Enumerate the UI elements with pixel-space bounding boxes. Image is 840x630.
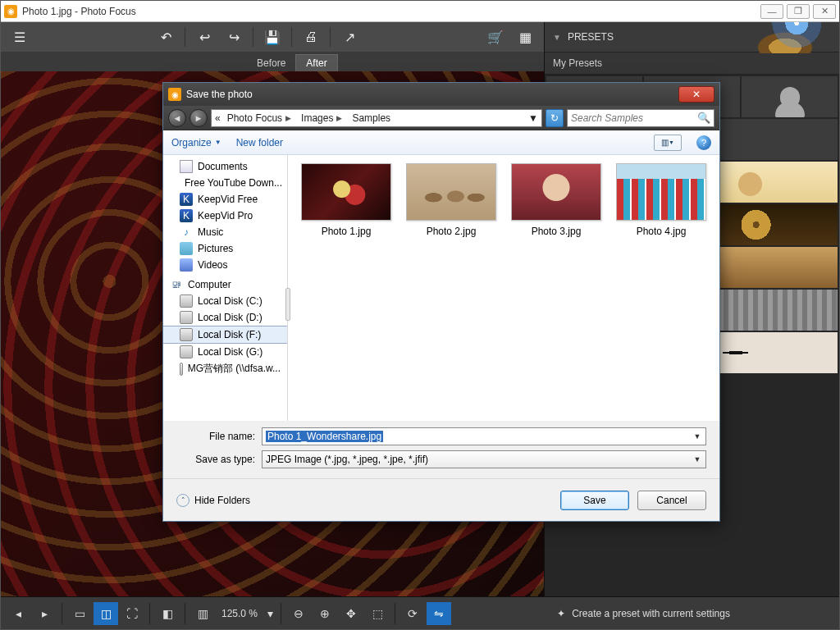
breadcrumb-seg[interactable]: Images▶ (298, 112, 345, 124)
preset-slot-person[interactable] (742, 76, 838, 117)
file-name-value: Photo 1_Wondershare.jpg (266, 431, 383, 442)
tree-node-disk-c[interactable]: Local Disk (C:) (163, 293, 287, 309)
network-disk-icon (180, 363, 183, 376)
pan-button[interactable]: ✥ (339, 602, 363, 625)
tab-before[interactable]: Before (247, 55, 295, 71)
nav-back-button[interactable]: ◄ (168, 109, 186, 127)
document-icon (180, 160, 193, 173)
app-logo: ◉ (4, 5, 17, 18)
bottom-toolbar: ◂ ▸ ▭ ◫ ⛶ ◧ ▥ 125.0 % ▾ ⊖ ⊕ ✥ ⬚ ⟳ ⇋ ✦ Cr… (1, 596, 839, 629)
tree-node-music[interactable]: ♪Music (163, 224, 287, 240)
file-item[interactable]: Photo 1.jpg (301, 163, 391, 237)
share-button[interactable]: ↗ (336, 25, 363, 49)
print-button[interactable]: 🖨 (297, 25, 325, 49)
zoom-in-button[interactable]: ⊕ (313, 602, 337, 625)
view-mode-button[interactable]: ▥ ▼ (654, 135, 682, 151)
file-item[interactable]: Photo 2.jpg (406, 163, 496, 237)
dialog-title: Save the photo (186, 89, 253, 100)
grid-button[interactable]: ▦ (511, 25, 539, 49)
file-name-label: File name: (163, 431, 262, 442)
nav-forward-button[interactable]: ► (189, 109, 208, 127)
redo-button[interactable]: ↪ (220, 25, 248, 49)
menu-button[interactable]: ☰ (6, 25, 34, 49)
file-item[interactable]: Photo 3.jpg (511, 163, 601, 237)
save-as-type-dropdown[interactable]: ▼ (691, 453, 704, 466)
app-title-bar: ◉ Photo 1.jpg - Photo Focus — ❐ ✕ (1, 1, 839, 22)
refresh-button[interactable]: ↻ (546, 109, 564, 127)
tree-node-pictures[interactable]: Pictures (163, 240, 287, 257)
next-image-button[interactable]: ▸ (32, 602, 57, 625)
region-button[interactable]: ⬚ (365, 602, 390, 625)
rotate-button[interactable]: ⟳ (400, 602, 425, 625)
breadcrumb-seg[interactable]: Samples (349, 112, 394, 124)
chevron-up-icon: ˄ (176, 494, 189, 507)
tree-node-documents[interactable]: Documents (163, 158, 287, 175)
tree-node-disk-d[interactable]: Local Disk (D:) (163, 309, 287, 326)
person-icon (780, 87, 800, 107)
tree-node-fytd[interactable]: Free YouTube Down... (163, 175, 287, 191)
presets-header[interactable]: ▼ PRESETS (545, 22, 839, 52)
tree-node-disk-g[interactable]: Local Disk (G:) (163, 344, 287, 360)
undo-button[interactable]: ↩ (190, 25, 218, 49)
save-confirm-button[interactable]: Save (560, 491, 629, 510)
tree-node-keepvid-free[interactable]: KKeepVid Free (163, 191, 287, 208)
file-list[interactable]: Photo 1.jpg Photo 2.jpg Photo 3.jpg Phot… (288, 155, 719, 421)
help-button[interactable]: ? (696, 135, 711, 150)
view-split-button[interactable]: ◫ (94, 602, 118, 625)
dialog-title-bar[interactable]: ◉ Save the photo ✕ (163, 83, 719, 106)
splitter-handle[interactable] (285, 288, 290, 321)
undo-all-button[interactable]: ↶ (152, 25, 180, 49)
prev-image-button[interactable]: ◂ (6, 602, 30, 625)
zoom-out-button[interactable]: ⊖ (286, 602, 311, 625)
tree-node-network[interactable]: MG营销部 (\\dfsa.w... (163, 360, 287, 377)
create-preset-label: Create a preset with current settings (572, 608, 730, 619)
file-name: Photo 2.jpg (427, 226, 477, 237)
hide-folders-label: Hide Folders (194, 495, 250, 506)
magic-wand-icon: ✦ (557, 608, 565, 619)
zoom-dropdown[interactable]: ▾ (264, 602, 276, 625)
app-icon: K (180, 193, 193, 206)
minimize-button[interactable]: — (760, 4, 783, 19)
breadcrumb-seg[interactable]: Photo Focus▶ (224, 112, 294, 124)
file-thumbnail (406, 163, 496, 221)
close-button[interactable]: ✕ (813, 4, 836, 19)
cart-button[interactable]: 🛒 (482, 25, 509, 49)
save-button[interactable]: 💾 (258, 25, 286, 49)
zoom-level-label[interactable]: 125.0 % (217, 608, 262, 619)
flip-button[interactable]: ⇋ (427, 602, 451, 625)
file-name-input[interactable]: Photo 1_Wondershare.jpg ▼ (262, 427, 706, 445)
save-as-type-label: Save as type: (163, 454, 262, 465)
create-preset-button[interactable]: ✦ Create a preset with current settings (453, 608, 834, 619)
view-fit-button[interactable]: ⛶ (120, 602, 144, 625)
hide-folders-button[interactable]: ˄ Hide Folders (176, 494, 250, 507)
file-item[interactable]: Photo 4.jpg (616, 163, 706, 237)
view-single-button[interactable]: ▭ (67, 602, 92, 625)
tree-node-videos[interactable]: Videos (163, 257, 287, 273)
organize-menu[interactable]: Organize▼ (171, 137, 221, 148)
search-box[interactable]: 🔍 (567, 109, 714, 127)
tab-after[interactable]: After (295, 54, 337, 71)
tree-section-computer[interactable]: 🖳Computer (163, 273, 287, 293)
new-folder-button[interactable]: New folder (236, 137, 283, 148)
tree-node-keepvid-pro[interactable]: KKeepVid Pro (163, 208, 287, 224)
folder-tree[interactable]: Documents Free YouTube Down... KKeepVid … (163, 155, 288, 421)
my-presets-header[interactable]: My Presets (545, 52, 839, 75)
breadcrumb-dropdown[interactable]: ▼ (528, 112, 538, 124)
cancel-button[interactable]: Cancel (637, 491, 706, 510)
search-icon[interactable]: 🔍 (697, 112, 710, 124)
file-thumbnail (616, 163, 706, 221)
search-input[interactable] (571, 112, 697, 124)
maximize-button[interactable]: ❐ (787, 4, 810, 19)
disk-icon (180, 345, 193, 358)
file-name-dropdown[interactable]: ▼ (691, 430, 704, 443)
view-compare-button[interactable]: ◧ (155, 602, 180, 625)
pictures-icon (180, 242, 193, 255)
breadcrumb-root-icon[interactable]: « (215, 112, 221, 124)
computer-icon: 🖳 (170, 278, 183, 291)
dialog-close-button[interactable]: ✕ (678, 86, 714, 103)
chevron-right-icon: ▶ (336, 114, 342, 122)
breadcrumb-bar[interactable]: « Photo Focus▶ Images▶ Samples ▼ (211, 109, 542, 127)
save-as-type-select[interactable]: JPEG Image (*.jpg, *.jpeg, *.jpe, *.jfif… (262, 450, 706, 468)
view-layout-button[interactable]: ▥ (190, 602, 215, 625)
tree-node-disk-f[interactable]: Local Disk (F:) (163, 326, 287, 344)
